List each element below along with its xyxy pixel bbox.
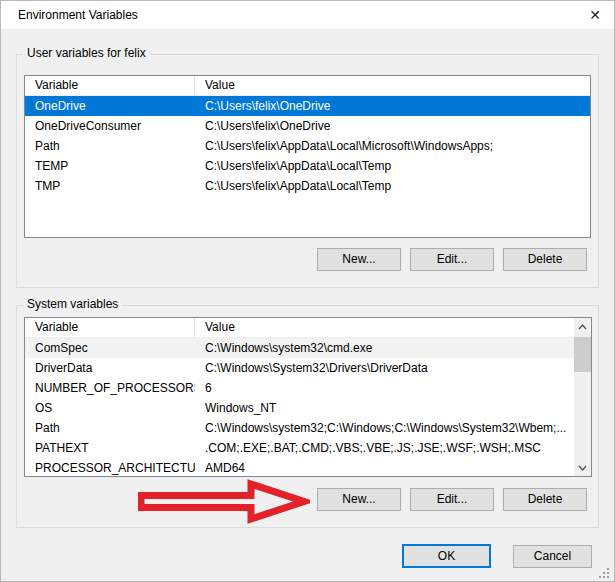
chevron-up-icon	[578, 324, 587, 330]
value-cell: C:\Users\felix\AppData\Local\Temp	[195, 176, 590, 196]
table-row[interactable]: PROCESSOR_ARCHITECTURE AMD64	[25, 458, 591, 477]
variable-cell: OneDriveConsumer	[25, 116, 195, 136]
variable-cell: TEMP	[25, 156, 195, 176]
resize-grip[interactable]	[599, 568, 610, 579]
group-label-system: System variables	[23, 297, 122, 311]
table-row[interactable]: OS Windows_NT	[25, 398, 591, 418]
close-icon: ✕	[589, 7, 601, 23]
value-cell: C:\Windows\system32;C:\Windows;C:\Window…	[195, 418, 591, 438]
value-cell: C:\Users\felix\AppData\Local\Microsoft\W…	[195, 136, 590, 156]
dialog-title: Environment Variables	[18, 8, 138, 22]
value-cell: .COM;.EXE;.BAT;.CMD;.VBS;.VBE;.JS;.JSE;.…	[195, 438, 591, 458]
red-arrow-annotation	[138, 478, 310, 525]
system-variables-table: Variable Value ComSpec C:\Windows\system…	[24, 317, 592, 477]
value-cell: C:\Windows\System32\Drivers\DriverData	[195, 358, 591, 378]
variable-cell: DriverData	[25, 358, 195, 378]
chevron-down-icon	[578, 465, 587, 471]
title-bar: Environment Variables ✕	[1, 1, 614, 29]
table-row[interactable]: PATHEXT .COM;.EXE;.BAT;.CMD;.VBS;.VBE;.J…	[25, 438, 591, 458]
system-variables-group: System variables Variable Value ComSpec …	[16, 305, 599, 528]
column-header-variable: Variable	[25, 318, 195, 337]
variable-cell: PROCESSOR_ARCHITECTURE	[25, 458, 195, 477]
system-edit-button[interactable]: Edit...	[410, 488, 494, 511]
system-new-button[interactable]: New...	[317, 488, 401, 511]
ok-button[interactable]: OK	[402, 544, 491, 568]
value-cell: 6	[195, 378, 591, 398]
scroll-down-button[interactable]	[574, 459, 591, 476]
variable-cell: TMP	[25, 176, 195, 196]
variable-cell: OneDrive	[25, 96, 195, 116]
scrollbar-thumb[interactable]	[574, 337, 591, 372]
variable-cell: PATHEXT	[25, 438, 195, 458]
value-cell: C:\Users\felix\AppData\Local\Temp	[195, 156, 590, 176]
user-new-button[interactable]: New...	[317, 248, 401, 271]
value-cell: C:\Windows\system32\cmd.exe	[195, 338, 591, 358]
user-edit-button[interactable]: Edit...	[410, 248, 494, 271]
user-variables-table: Variable Value OneDrive C:\Users\felix\O…	[24, 75, 591, 238]
table-row[interactable]: TEMP C:\Users\felix\AppData\Local\Temp	[25, 156, 590, 176]
environment-variables-dialog: Environment Variables ✕ User variables f…	[0, 0, 615, 582]
table-header: Variable Value	[25, 76, 590, 96]
column-header-variable: Variable	[25, 76, 195, 95]
variable-cell: Path	[25, 136, 195, 156]
scroll-up-button[interactable]	[574, 318, 591, 335]
variable-cell: OS	[25, 398, 195, 418]
variable-cell: NUMBER_OF_PROCESSORS	[25, 378, 195, 398]
table-header: Variable Value	[25, 318, 591, 338]
table-row[interactable]: NUMBER_OF_PROCESSORS 6	[25, 378, 591, 398]
system-delete-button[interactable]: Delete	[503, 488, 587, 511]
cancel-button[interactable]: Cancel	[513, 545, 592, 568]
table-row[interactable]: OneDrive C:\Users\felix\OneDrive	[25, 96, 590, 116]
user-variables-group: User variables for felix Variable Value …	[16, 54, 599, 288]
column-header-value: Value	[195, 76, 590, 95]
close-button[interactable]: ✕	[584, 5, 606, 25]
vertical-scrollbar[interactable]	[574, 318, 591, 476]
table-row[interactable]: ComSpec C:\Windows\system32\cmd.exe	[25, 338, 591, 358]
table-row[interactable]: OneDriveConsumer C:\Users\felix\OneDrive	[25, 116, 590, 136]
table-row[interactable]: Path C:\Users\felix\AppData\Local\Micros…	[25, 136, 590, 156]
table-row[interactable]: TMP C:\Users\felix\AppData\Local\Temp	[25, 176, 590, 196]
value-cell: AMD64	[195, 458, 591, 477]
group-label-user: User variables for felix	[23, 46, 150, 60]
variable-cell: Path	[25, 418, 195, 438]
value-cell: C:\Users\felix\OneDrive	[195, 96, 590, 116]
table-row[interactable]: Path C:\Windows\system32;C:\Windows;C:\W…	[25, 418, 591, 438]
table-row[interactable]: DriverData C:\Windows\System32\Drivers\D…	[25, 358, 591, 378]
value-cell: Windows_NT	[195, 398, 591, 418]
value-cell: C:\Users\felix\OneDrive	[195, 116, 590, 136]
variable-cell: ComSpec	[25, 338, 195, 358]
column-header-value: Value	[195, 318, 591, 337]
user-delete-button[interactable]: Delete	[503, 248, 587, 271]
